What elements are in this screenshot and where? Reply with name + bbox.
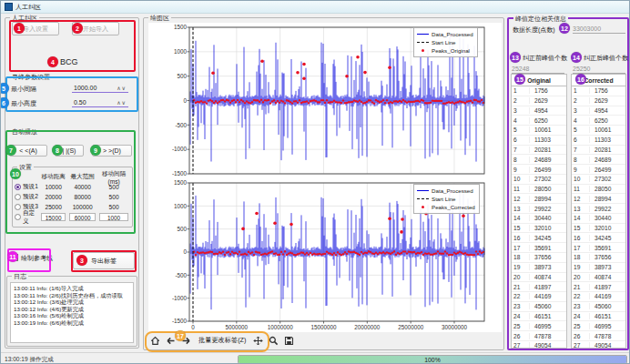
table-row[interactable]: 1634245	[512, 233, 566, 243]
table-row[interactable]: 1532010	[572, 224, 625, 234]
table-row[interactable]: 2345060	[512, 302, 566, 312]
table-row[interactable]: 611303	[572, 136, 625, 146]
peak-value: 27302	[590, 176, 611, 182]
table-row[interactable]: 34954	[572, 106, 625, 116]
log-line: 13:00:11 Info: (2/6)找到历史存档，成功读取	[14, 292, 130, 299]
peak-value: 45060	[530, 303, 551, 309]
table-row[interactable]: 46250	[512, 116, 566, 126]
min-interval-spinbox[interactable]: 1000.00 ∧∨	[72, 81, 128, 93]
table-row[interactable]: 1634245	[572, 233, 625, 243]
table-row[interactable]: 1532010	[512, 224, 566, 234]
table-row[interactable]: 1228994	[572, 194, 625, 204]
table-row[interactable]: 46250	[572, 116, 625, 126]
spin-arrows-icon[interactable]: ∧∨	[117, 85, 127, 91]
row-index: 4	[572, 117, 590, 124]
table-row[interactable]: 720281	[572, 146, 625, 156]
batch-edit-labels-button[interactable]: 批量更改标签(Z)	[196, 334, 249, 347]
table-row[interactable]: 1938973	[512, 263, 566, 273]
manual-correction-panel-title: 人工纠区	[10, 14, 39, 22]
table-row[interactable]: 1329922	[572, 204, 625, 214]
table-row[interactable]: 22629	[572, 96, 625, 106]
zoom-icon[interactable]	[268, 334, 279, 347]
table-row[interactable]: 1430440	[572, 214, 625, 224]
table-row[interactable]: 2749054	[512, 341, 566, 349]
table-row[interactable]: 2141897	[572, 282, 625, 292]
table-row[interactable]: 11756	[572, 86, 625, 96]
original-peaks-table[interactable]: Original 1175622629349544625051006161130…	[511, 74, 567, 349]
table-row[interactable]: 1938973	[572, 263, 625, 273]
peak-value: 10061	[530, 126, 551, 133]
signal-type-label: BCG	[60, 57, 78, 66]
min-height-spinbox[interactable]: 0.50 ∧∨	[72, 96, 128, 107]
preset-radio[interactable]	[15, 214, 21, 220]
table-row[interactable]: 510061	[572, 126, 625, 136]
svg-text:0: 0	[183, 97, 187, 104]
pan-icon[interactable]	[252, 334, 264, 347]
table-row[interactable]: 1735691	[572, 243, 625, 253]
table-row[interactable]: 824689	[572, 155, 625, 165]
table-row[interactable]: 720281	[512, 146, 566, 156]
preset-custom-input[interactable]: 60000	[69, 213, 96, 221]
table-row[interactable]: 2446151	[512, 312, 566, 322]
preset-radio[interactable]	[15, 194, 21, 200]
svg-text:25000000: 25000000	[398, 324, 424, 330]
table-row[interactable]: 2446151	[572, 312, 625, 322]
svg-text:1000: 1000	[174, 203, 188, 209]
table-row[interactable]: 926499	[572, 165, 625, 175]
preset-radio[interactable]	[15, 184, 21, 190]
table-row[interactable]: 926499	[512, 165, 566, 175]
table-row[interactable]: 1027302	[572, 175, 625, 185]
table-row[interactable]: 2749054	[572, 341, 625, 349]
spin-arrows-icon[interactable]: ∧∨	[117, 99, 127, 106]
table-row[interactable]: 1027302	[512, 175, 566, 185]
table-row[interactable]: 1735691	[512, 243, 566, 253]
svg-text:500: 500	[177, 226, 187, 232]
peak-value: 32010	[530, 225, 551, 231]
table-row[interactable]: 2141897	[512, 282, 566, 292]
table-row[interactable]: 22629	[512, 96, 566, 106]
preset-label: 预设1	[23, 183, 38, 191]
peak-value: 11303	[590, 136, 611, 143]
preset-radio[interactable]	[15, 204, 21, 210]
table-row[interactable]: 1228994	[512, 194, 566, 204]
table-row[interactable]: 2546995	[512, 321, 566, 331]
preset-label: 预设2	[23, 193, 38, 201]
plot-canvas[interactable]: 150010005000-500-1000-1500150010005000-5…	[148, 23, 502, 332]
save-icon[interactable]	[283, 334, 295, 347]
peak-value: 46995	[530, 323, 551, 329]
svg-text:5000000: 5000000	[226, 324, 249, 330]
svg-text:1500: 1500	[174, 179, 188, 186]
table-row[interactable]: 1837656	[512, 253, 566, 263]
table-row[interactable]: 2647878	[512, 331, 566, 341]
peak-value: 24689	[530, 157, 551, 163]
svg-text:-500: -500	[175, 272, 187, 278]
app-window: 人工纠区 人工纠区 导入设置 开始导入 BCG 寻峰参数设置 最小间隔 1000…	[0, 0, 630, 364]
table-row[interactable]: 11756	[512, 86, 566, 96]
table-row[interactable]: 2546995	[572, 321, 625, 331]
table-row[interactable]: 2244169	[512, 292, 566, 302]
table-row[interactable]: 2244169	[572, 292, 625, 302]
table-row[interactable]: 2040874	[572, 273, 625, 283]
table-row[interactable]: 2040874	[512, 273, 566, 283]
corrected-peaks-table[interactable]: Corrected 117562262934954462505100616113…	[571, 74, 626, 349]
table-row[interactable]: 34954	[512, 106, 566, 116]
annotation-circle-1: 1	[14, 23, 25, 34]
table-row[interactable]: 1128050	[512, 185, 566, 195]
svg-text:20000000: 20000000	[354, 324, 381, 330]
table-row[interactable]: 2345060	[572, 302, 625, 312]
table-row[interactable]: 1128050	[572, 185, 625, 195]
table-row[interactable]: 824689	[512, 155, 566, 165]
table-row[interactable]: 1329922	[512, 204, 566, 214]
table-row[interactable]: 1430440	[512, 214, 566, 224]
preset-custom-input[interactable]: 15000	[41, 213, 66, 221]
table-row[interactable]: 611303	[512, 136, 566, 146]
preset-custom-input[interactable]: 1000	[99, 213, 128, 221]
peak-value: 11303	[530, 136, 551, 143]
table-row[interactable]: 1837656	[572, 253, 625, 263]
table-row[interactable]: 510061	[512, 126, 566, 136]
annotation-circle-4: 4	[47, 56, 58, 67]
home-icon[interactable]	[149, 334, 161, 347]
table-row[interactable]: 2647878	[572, 331, 625, 341]
row-index: 14	[512, 215, 530, 221]
row-index: 23	[512, 303, 530, 309]
